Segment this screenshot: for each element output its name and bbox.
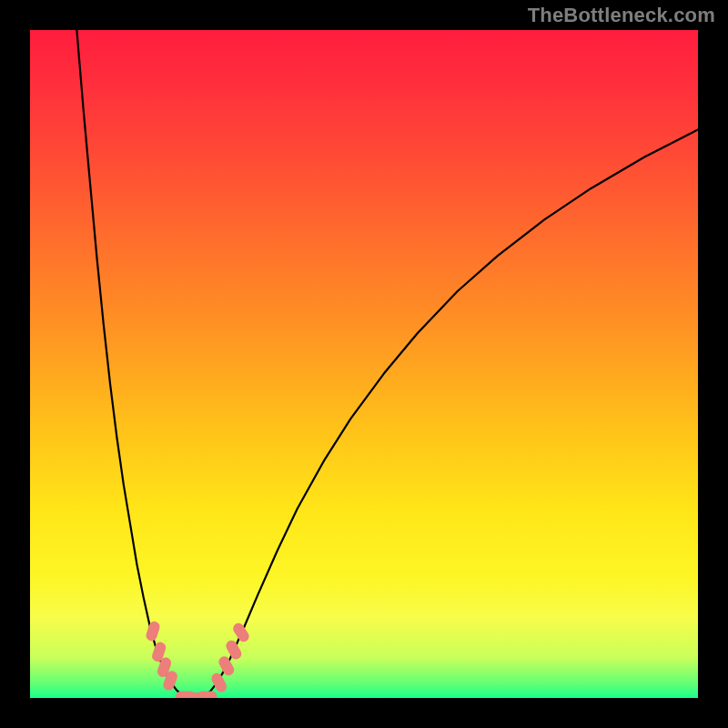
curve-marker-pill bbox=[145, 620, 161, 642]
curve-marker bbox=[231, 622, 251, 644]
watermark-text: TheBottleneck.com bbox=[528, 4, 715, 27]
curve-marker bbox=[145, 620, 161, 642]
plot-area bbox=[30, 30, 698, 698]
curve-marker-pill bbox=[231, 622, 251, 644]
curve-marker-pill bbox=[197, 692, 217, 698]
curve-layer bbox=[30, 30, 698, 698]
chart-frame: TheBottleneck.com bbox=[0, 0, 728, 728]
curve-marker bbox=[197, 692, 217, 698]
curve-marker bbox=[209, 672, 228, 694]
curve-marker-pill bbox=[209, 672, 228, 694]
bottleneck-curve bbox=[76, 30, 698, 698]
